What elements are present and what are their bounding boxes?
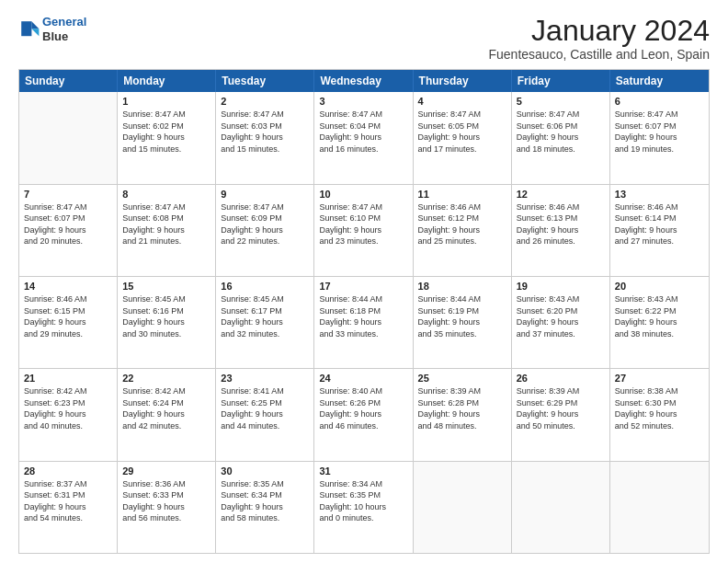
calendar-day-cell: 23Sunrise: 8:41 AMSunset: 6:25 PMDayligh…	[216, 369, 314, 460]
empty-cell	[610, 462, 709, 553]
weekday-header: Friday	[512, 70, 610, 92]
day-number: 21	[24, 373, 112, 384]
cell-info: Sunrise: 8:47 AMSunset: 6:03 PMDaylight:…	[221, 109, 309, 155]
calendar-header: SundayMondayTuesdayWednesdayThursdayFrid…	[19, 70, 709, 92]
cell-info: Sunrise: 8:47 AMSunset: 6:07 PMDaylight:…	[24, 201, 112, 247]
calendar-day-cell: 25Sunrise: 8:39 AMSunset: 6:28 PMDayligh…	[414, 369, 512, 460]
cell-info: Sunrise: 8:46 AMSunset: 6:12 PMDaylight:…	[418, 201, 506, 247]
cell-info: Sunrise: 8:47 AMSunset: 6:06 PMDaylight:…	[517, 109, 605, 155]
calendar-row: 7Sunrise: 8:47 AMSunset: 6:07 PMDaylight…	[19, 185, 709, 277]
calendar-day-cell: 11Sunrise: 8:46 AMSunset: 6:12 PMDayligh…	[414, 185, 512, 276]
title-block: January 2024 Fuentesauco, Castille and L…	[489, 15, 711, 62]
cell-info: Sunrise: 8:39 AMSunset: 6:29 PMDaylight:…	[517, 385, 605, 431]
cell-info: Sunrise: 8:38 AMSunset: 6:30 PMDaylight:…	[615, 385, 704, 431]
day-number: 20	[615, 281, 704, 292]
calendar-day-cell: 22Sunrise: 8:42 AMSunset: 6:24 PMDayligh…	[118, 369, 216, 460]
day-number: 9	[221, 189, 309, 200]
weekday-header: Saturday	[610, 70, 709, 92]
day-number: 7	[24, 189, 112, 200]
day-number: 14	[24, 281, 112, 292]
cell-info: Sunrise: 8:47 AMSunset: 6:02 PMDaylight:…	[122, 109, 210, 155]
svg-marker-0	[31, 21, 39, 29]
logo: General Blue	[18, 15, 86, 43]
cell-info: Sunrise: 8:43 AMSunset: 6:20 PMDaylight:…	[517, 293, 605, 339]
empty-cell	[414, 462, 512, 553]
day-number: 2	[221, 96, 309, 107]
day-number: 8	[122, 189, 210, 200]
calendar-day-cell: 18Sunrise: 8:44 AMSunset: 6:19 PMDayligh…	[414, 277, 512, 368]
calendar-day-cell: 24Sunrise: 8:40 AMSunset: 6:26 PMDayligh…	[314, 369, 413, 460]
day-number: 13	[615, 189, 704, 200]
logo-icon	[18, 18, 40, 40]
day-number: 4	[418, 96, 506, 107]
cell-info: Sunrise: 8:47 AMSunset: 6:09 PMDaylight:…	[221, 201, 309, 247]
empty-cell	[512, 462, 610, 553]
logo-text: General Blue	[42, 15, 86, 43]
cell-info: Sunrise: 8:39 AMSunset: 6:28 PMDaylight:…	[418, 385, 506, 431]
day-number: 24	[319, 373, 407, 384]
day-number: 25	[418, 373, 506, 384]
day-number: 29	[122, 465, 210, 477]
logo-line2: Blue	[42, 29, 86, 44]
cell-info: Sunrise: 8:46 AMSunset: 6:13 PMDaylight:…	[517, 201, 605, 247]
day-number: 6	[615, 96, 704, 107]
calendar-row: 1Sunrise: 8:47 AMSunset: 6:02 PMDaylight…	[19, 92, 709, 184]
calendar-row: 14Sunrise: 8:46 AMSunset: 6:15 PMDayligh…	[19, 277, 709, 369]
calendar-row: 21Sunrise: 8:42 AMSunset: 6:23 PMDayligh…	[19, 369, 709, 461]
cell-info: Sunrise: 8:47 AMSunset: 6:05 PMDaylight:…	[418, 109, 506, 155]
calendar-day-cell: 17Sunrise: 8:44 AMSunset: 6:18 PMDayligh…	[314, 277, 413, 368]
weekday-header: Sunday	[19, 70, 118, 92]
cell-info: Sunrise: 8:42 AMSunset: 6:23 PMDaylight:…	[24, 385, 112, 431]
calendar-day-cell: 10Sunrise: 8:47 AMSunset: 6:10 PMDayligh…	[314, 185, 413, 276]
cell-info: Sunrise: 8:46 AMSunset: 6:15 PMDaylight:…	[24, 293, 112, 339]
day-number: 5	[517, 96, 605, 107]
calendar-day-cell: 2Sunrise: 8:47 AMSunset: 6:03 PMDaylight…	[216, 92, 314, 183]
cell-info: Sunrise: 8:37 AMSunset: 6:31 PMDaylight:…	[24, 478, 112, 524]
calendar: SundayMondayTuesdayWednesdayThursdayFrid…	[18, 69, 710, 554]
calendar-day-cell: 15Sunrise: 8:45 AMSunset: 6:16 PMDayligh…	[118, 277, 216, 368]
calendar-day-cell: 6Sunrise: 8:47 AMSunset: 6:07 PMDaylight…	[610, 92, 709, 183]
day-number: 1	[122, 96, 210, 107]
calendar-day-cell: 27Sunrise: 8:38 AMSunset: 6:30 PMDayligh…	[610, 369, 709, 460]
calendar-day-cell: 14Sunrise: 8:46 AMSunset: 6:15 PMDayligh…	[19, 277, 118, 368]
day-number: 10	[319, 189, 407, 200]
cell-info: Sunrise: 8:47 AMSunset: 6:08 PMDaylight:…	[122, 201, 210, 247]
calendar-day-cell: 1Sunrise: 8:47 AMSunset: 6:02 PMDaylight…	[118, 92, 216, 183]
cell-info: Sunrise: 8:41 AMSunset: 6:25 PMDaylight:…	[221, 385, 309, 431]
svg-marker-1	[31, 29, 39, 36]
day-number: 3	[319, 96, 407, 107]
cell-info: Sunrise: 8:36 AMSunset: 6:33 PMDaylight:…	[122, 478, 210, 524]
cell-info: Sunrise: 8:45 AMSunset: 6:17 PMDaylight:…	[221, 293, 309, 339]
day-number: 22	[122, 373, 210, 384]
calendar-day-cell: 29Sunrise: 8:36 AMSunset: 6:33 PMDayligh…	[118, 462, 216, 553]
calendar-day-cell: 30Sunrise: 8:35 AMSunset: 6:34 PMDayligh…	[216, 462, 314, 553]
cell-info: Sunrise: 8:46 AMSunset: 6:14 PMDaylight:…	[615, 201, 704, 247]
weekday-header: Wednesday	[314, 70, 413, 92]
cell-info: Sunrise: 8:43 AMSunset: 6:22 PMDaylight:…	[615, 293, 704, 339]
day-number: 31	[319, 465, 407, 477]
cell-info: Sunrise: 8:34 AMSunset: 6:35 PMDaylight:…	[319, 478, 407, 524]
cell-info: Sunrise: 8:47 AMSunset: 6:10 PMDaylight:…	[319, 201, 407, 247]
weekday-header: Thursday	[414, 70, 512, 92]
subtitle: Fuentesauco, Castille and Leon, Spain	[489, 47, 711, 62]
day-number: 23	[221, 373, 309, 384]
day-number: 26	[517, 373, 605, 384]
day-number: 19	[517, 281, 605, 292]
cell-info: Sunrise: 8:44 AMSunset: 6:18 PMDaylight:…	[319, 293, 407, 339]
page: General Blue January 2024 Fuentesauco, C…	[0, 0, 728, 563]
day-number: 17	[319, 281, 407, 292]
cell-info: Sunrise: 8:47 AMSunset: 6:07 PMDaylight:…	[615, 109, 704, 155]
logo-line1: General	[42, 15, 86, 29]
main-title: January 2024	[489, 15, 711, 47]
calendar-day-cell: 20Sunrise: 8:43 AMSunset: 6:22 PMDayligh…	[610, 277, 709, 368]
day-number: 11	[418, 189, 506, 200]
calendar-day-cell: 12Sunrise: 8:46 AMSunset: 6:13 PMDayligh…	[512, 185, 610, 276]
day-number: 18	[418, 281, 506, 292]
weekday-header: Tuesday	[216, 70, 314, 92]
calendar-day-cell: 3Sunrise: 8:47 AMSunset: 6:04 PMDaylight…	[314, 92, 413, 183]
calendar-day-cell: 28Sunrise: 8:37 AMSunset: 6:31 PMDayligh…	[19, 462, 118, 553]
calendar-day-cell: 31Sunrise: 8:34 AMSunset: 6:35 PMDayligh…	[314, 462, 413, 553]
day-number: 27	[615, 373, 704, 384]
cell-info: Sunrise: 8:47 AMSunset: 6:04 PMDaylight:…	[319, 109, 407, 155]
calendar-body: 1Sunrise: 8:47 AMSunset: 6:02 PMDaylight…	[19, 92, 709, 553]
